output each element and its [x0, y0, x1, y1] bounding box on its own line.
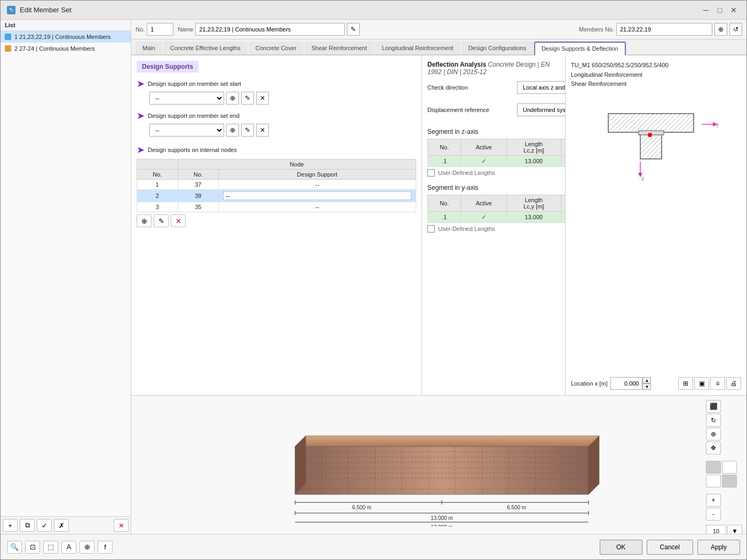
- zoom-out-button[interactable]: -: [706, 508, 721, 521]
- grid-btn-2[interactable]: [722, 461, 737, 474]
- user-defined-y-checkbox[interactable]: [427, 225, 435, 233]
- no-input[interactable]: [147, 23, 173, 36]
- minimize-button[interactable]: ─: [700, 5, 712, 15]
- user-defined-y-row: User-Defined Lengths: [427, 225, 560, 233]
- tab-design-configurations[interactable]: Design Configurations: [462, 42, 533, 54]
- tab-main[interactable]: Main: [136, 42, 162, 54]
- internal-nodes-section: ➤ Design supports on internal nodes Node: [137, 144, 416, 229]
- check-direction-row: Check direction Local axis z and y: [427, 81, 560, 94]
- seg-z-row1-active[interactable]: ✓: [461, 156, 507, 167]
- view-select-button[interactable]: ⊕: [706, 428, 721, 441]
- segment-y-title: Segment in y-axis: [427, 184, 560, 191]
- bottom-func-button[interactable]: f: [98, 541, 113, 554]
- check-direction-label: Check direction: [427, 84, 513, 91]
- view-3d-button[interactable]: ⬛: [706, 400, 721, 413]
- user-defined-z-checkbox[interactable]: [427, 169, 435, 177]
- start-delete-button[interactable]: ✕: [256, 92, 269, 105]
- nodes-delete-button[interactable]: ✕: [171, 214, 186, 227]
- seg-y-row1-active[interactable]: ✓: [461, 212, 507, 223]
- bottom-dim-button[interactable]: ⊕: [80, 541, 94, 554]
- name-edit-button[interactable]: ✎: [347, 23, 360, 36]
- check-direction-select[interactable]: Local axis z and y: [517, 81, 565, 94]
- members-edit-button-2[interactable]: ↺: [729, 23, 742, 36]
- end-support-dropdown[interactable]: --: [149, 124, 224, 137]
- members-edit-button-1[interactable]: ⊕: [714, 23, 727, 36]
- svg-rect-1: [608, 114, 694, 132]
- start-add-button[interactable]: ⊕: [226, 92, 239, 105]
- stepper-down[interactable]: ▼: [642, 383, 651, 390]
- table-row[interactable]: .1 ✓ 13.000 0.000: [428, 212, 566, 223]
- tab-shear-reinforcement[interactable]: Shear Reinforcement: [305, 42, 374, 54]
- duplicate-list-item-button[interactable]: ⧉: [20, 519, 35, 532]
- bottom-select-button[interactable]: ⬚: [43, 541, 58, 554]
- table-row[interactable]: 3 35 --: [137, 202, 416, 212]
- tab-design-supports[interactable]: Design Supports & Deflection: [534, 42, 626, 55]
- apply-button[interactable]: Apply: [697, 540, 740, 555]
- tab-concrete-cover[interactable]: Concrete Cover: [249, 42, 304, 54]
- row2-support-input[interactable]: [223, 191, 411, 200]
- segment-y-section: Segment in y-axis No. Active LengthLc,y …: [427, 184, 560, 233]
- members-label: Members No.: [579, 26, 614, 33]
- ok-button[interactable]: OK: [600, 540, 642, 555]
- row2-support[interactable]: [219, 190, 416, 202]
- nodes-table: Node No. No. Design Support: [137, 159, 416, 212]
- delete-list-item-button[interactable]: ✕: [114, 519, 129, 532]
- frame-button[interactable]: ▣: [694, 377, 709, 390]
- close-button[interactable]: ✕: [727, 5, 740, 15]
- bottom-text-button[interactable]: A: [61, 541, 76, 554]
- info-text: TU_M1 650/250/952.5/250/952.5/400 Longit…: [571, 61, 741, 89]
- filter-button[interactable]: ⊞: [678, 377, 693, 390]
- displacement-select[interactable]: Undeformed system: [517, 103, 565, 116]
- add-list-item-button[interactable]: +: [3, 519, 18, 532]
- name-input[interactable]: [195, 23, 345, 36]
- location-section: Location x [m] ▲ ▼ ⊞: [571, 377, 741, 390]
- bottom-zoom-button[interactable]: 🔍: [7, 541, 22, 554]
- start-edit-button[interactable]: ✎: [241, 92, 254, 105]
- cancel-button[interactable]: Cancel: [647, 540, 693, 555]
- internal-nodes-label: ➤ Design supports on internal nodes: [137, 144, 416, 156]
- nodes-add-button[interactable]: ⊕: [137, 214, 152, 227]
- start-support-dropdown[interactable]: --: [149, 92, 224, 105]
- location-row: Location x [m] ▲ ▼ ⊞: [571, 377, 741, 390]
- row3-no: 3: [137, 202, 178, 212]
- uncheck-list-button[interactable]: ✗: [54, 519, 69, 532]
- panel-title: Design Supports: [137, 61, 416, 73]
- maximize-button[interactable]: □: [713, 5, 726, 15]
- scale-button[interactable]: ≡: [710, 377, 725, 390]
- list-item[interactable]: 2 27-24 | Continuous Members: [1, 43, 131, 54]
- members-input[interactable]: [616, 23, 712, 36]
- row1-no: 1: [137, 180, 178, 190]
- bottom-fit-button[interactable]: ⊡: [25, 541, 40, 554]
- location-input[interactable]: [610, 377, 642, 390]
- grid-btn-3[interactable]: [706, 475, 721, 487]
- grid-btn-4[interactable]: [722, 475, 737, 487]
- tabs-bar: Main Concrete Effective Lengths Concrete…: [131, 39, 746, 55]
- tab-concrete-effective[interactable]: Concrete Effective Lengths: [163, 42, 248, 54]
- main-content: List 1 21,23,22,19 | Continuous Members …: [1, 20, 746, 559]
- view-rotate-button[interactable]: ↻: [706, 414, 721, 427]
- seg-y-col-precamber: Precamberwc,y [mm]: [561, 195, 565, 212]
- scale-dropdown-btn[interactable]: ▼: [727, 525, 742, 534]
- location-stepper: ▲ ▼: [610, 377, 651, 390]
- table-row[interactable]: 1 37 --: [137, 180, 416, 190]
- list-item-color-2: [5, 45, 11, 52]
- stepper-up[interactable]: ▲: [642, 377, 651, 383]
- table-row[interactable]: .1 ✓ 13.000 0.000: [428, 156, 566, 167]
- nodes-edit-button[interactable]: ✎: [154, 214, 169, 227]
- check-list-button[interactable]: ✓: [37, 519, 52, 532]
- header-fields: No. Name ✎ Members No. ⊕ ↺: [131, 20, 746, 39]
- seg-z-col-active: Active: [461, 139, 507, 156]
- end-edit-button[interactable]: ✎: [241, 124, 254, 137]
- cross-section-svg: y z: [592, 98, 720, 183]
- end-add-button[interactable]: ⊕: [226, 124, 239, 137]
- table-row[interactable]: 2 39: [137, 190, 416, 202]
- seg-z-col-no: No.: [428, 139, 461, 156]
- zoom-in-button[interactable]: +: [706, 494, 721, 507]
- end-delete-button[interactable]: ✕: [256, 124, 269, 137]
- list-item[interactable]: 1 21,23,22,19 | Continuous Members: [1, 31, 131, 43]
- grid-btn-1[interactable]: [706, 461, 721, 474]
- bottom-action-buttons: OK Cancel Apply: [600, 540, 740, 555]
- view-move-button[interactable]: ✥: [706, 442, 721, 454]
- print-button[interactable]: 🖨: [726, 377, 741, 390]
- tab-longitudinal-reinforcement[interactable]: Longitudinal Reinforcement: [375, 42, 460, 54]
